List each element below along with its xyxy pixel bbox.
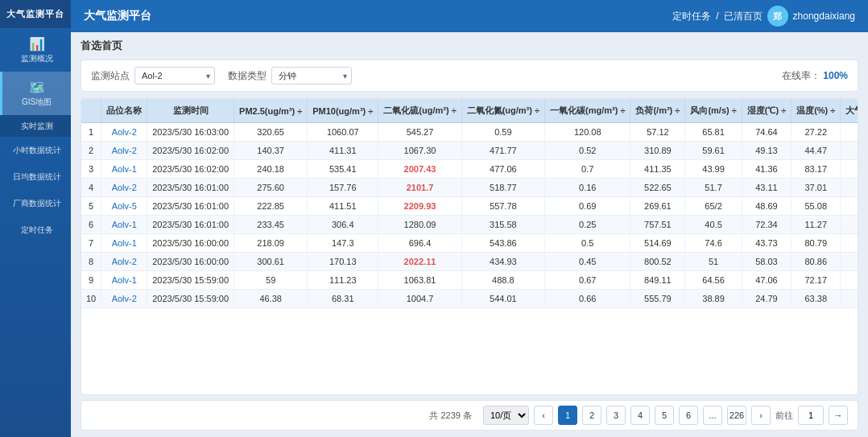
col-time[interactable]: 监测时间 bbox=[147, 99, 234, 123]
username: zhongdaixiang bbox=[793, 10, 855, 22]
td-pm10: 111.23 bbox=[308, 271, 378, 290]
sidebar-item-hour-stat[interactable]: 小时数据统计 bbox=[0, 137, 71, 163]
td-no2: 518.77 bbox=[461, 179, 544, 197]
point-select[interactable]: Aol-2 Aol-1 bbox=[134, 67, 215, 85]
td-load: 57.12 bbox=[630, 123, 685, 142]
td-co: 0.52 bbox=[545, 142, 630, 160]
page-6[interactable]: 6 bbox=[679, 406, 698, 425]
sidebar-item-day-stat[interactable]: 日均数据统计 bbox=[0, 163, 71, 190]
sidebar-item-label: 实时监测 bbox=[6, 121, 68, 131]
td-pm10: 306.4 bbox=[308, 216, 378, 234]
td-no2: 0.59 bbox=[461, 123, 544, 142]
type-select[interactable]: 分钟 小时 日 bbox=[271, 67, 352, 85]
sidebar-item-label: 小时数据统计 bbox=[6, 145, 68, 155]
td-humidity: 49.13 bbox=[742, 142, 791, 160]
td-pm25: 233.45 bbox=[234, 216, 308, 234]
td-co: 120.08 bbox=[545, 123, 630, 142]
td-co: 0.16 bbox=[545, 179, 630, 197]
page-ellipsis: ... bbox=[703, 406, 722, 425]
td-co: 0.69 bbox=[545, 197, 630, 216]
content-area: 首选首页 监测站点 Aol-2 Aol-1 数据类型 分钟 小时 bbox=[71, 32, 868, 437]
sidebar-item-label: 日均数据统计 bbox=[6, 171, 68, 182]
sidebar-item-gis[interactable]: 🗺️ GIS地图 bbox=[0, 72, 71, 115]
col-so2[interactable]: 二氧化硫(ug/m³) ÷ bbox=[378, 99, 461, 123]
sidebar-item-label: 定时任务 bbox=[6, 225, 68, 235]
td-wind: 59.61 bbox=[685, 142, 742, 160]
td-no2: 544.01 bbox=[461, 290, 544, 308]
td-so2: 696.4 bbox=[378, 234, 461, 253]
goto-btn[interactable]: → bbox=[829, 406, 848, 425]
page-1[interactable]: 1 bbox=[558, 406, 577, 425]
col-no bbox=[81, 99, 101, 123]
td-temp: 80.86 bbox=[792, 253, 841, 271]
table-row: 5 Aolv-5 2023/5/30 16:01:00 222.85 411.5… bbox=[81, 197, 858, 216]
td-pm25: 240.18 bbox=[234, 160, 308, 179]
sidebar-sub-menu: 实时监测 bbox=[0, 115, 71, 137]
sidebar-item-monitor[interactable]: 📊 监测概况 bbox=[0, 28, 71, 72]
td-co: 0.25 bbox=[545, 216, 630, 234]
td-humidity: 58.03 bbox=[742, 253, 791, 271]
page-size-select[interactable]: 10/页 20/页 50/页 bbox=[483, 406, 529, 425]
td-name: Aolv-1 bbox=[101, 234, 147, 253]
page-4[interactable]: 4 bbox=[630, 406, 650, 425]
col-humidity[interactable]: 湿度(℃) ÷ bbox=[742, 99, 791, 123]
sidebar-item-factory[interactable]: 厂商数据统计 bbox=[0, 190, 71, 216]
col-temp[interactable]: 温度(%) ÷ bbox=[792, 99, 841, 123]
col-pm10[interactable]: PM10(ug/m³) ÷ bbox=[308, 99, 378, 123]
page-next[interactable]: › bbox=[751, 406, 771, 425]
goto-label: 前往 bbox=[775, 410, 793, 422]
td-co: 0.45 bbox=[545, 253, 630, 271]
td-no2: 471.77 bbox=[461, 142, 544, 160]
filter-bar: 监测站点 Aol-2 Aol-1 数据类型 分钟 小时 日 bbox=[81, 60, 858, 92]
td-so2: 1063.81 bbox=[378, 271, 461, 290]
td-no: 2 bbox=[81, 142, 101, 160]
header: 大气监测平台 定时任务 / 已清百页 郑 zhongdaixiang bbox=[71, 0, 868, 32]
page-2[interactable]: 2 bbox=[582, 406, 601, 425]
td-pressure: 19.13 bbox=[841, 179, 858, 197]
sidebar-logo: 大气监测平台 bbox=[0, 0, 71, 28]
td-time: 2023/5/30 16:00:00 bbox=[147, 253, 234, 271]
page-5[interactable]: 5 bbox=[655, 406, 674, 425]
page-prev[interactable]: ‹ bbox=[534, 406, 553, 425]
col-wind[interactable]: 风向(m/s) ÷ bbox=[685, 99, 742, 123]
sidebar: 大气监测平台 📊 监测概况 🗺️ GIS地图 实时监测 小时数据统计 日均数据统… bbox=[0, 0, 71, 437]
col-load[interactable]: 负荷(/m³) ÷ bbox=[630, 99, 685, 123]
table-row: 4 Aolv-2 2023/5/30 16:01:00 275.60 157.7… bbox=[81, 179, 858, 197]
col-name[interactable]: 品位名称 bbox=[101, 99, 147, 123]
breadcrumb-home[interactable]: 已清百页 bbox=[724, 10, 763, 23]
goto-input[interactable] bbox=[798, 406, 824, 425]
td-load: 514.69 bbox=[630, 234, 685, 253]
page-3[interactable]: 3 bbox=[606, 406, 626, 425]
td-name: Aolv-2 bbox=[101, 290, 147, 308]
col-no2[interactable]: 二氧化氮(ug/m³) ÷ bbox=[461, 99, 544, 123]
td-so2: 2101.7 bbox=[378, 179, 461, 197]
table-row: 7 Aolv-1 2023/5/30 16:00:00 218.09 147.3… bbox=[81, 234, 858, 253]
td-time: 2023/5/30 16:03:00 bbox=[147, 123, 234, 142]
col-pm25[interactable]: PM2.5(ug/m³) ÷ bbox=[234, 99, 308, 123]
td-wind: 51 bbox=[685, 253, 742, 271]
td-name: Aolv-1 bbox=[101, 271, 147, 290]
col-co[interactable]: 一氧化碳(mg/m³) ÷ bbox=[545, 99, 630, 123]
td-humidity: 74.64 bbox=[742, 123, 791, 142]
sidebar-item-schedule[interactable]: 定时任务 bbox=[0, 216, 71, 243]
td-no2: 488.8 bbox=[461, 271, 544, 290]
pagination-total: 共 2239 条 bbox=[429, 410, 472, 422]
td-humidity: 72.34 bbox=[742, 216, 791, 234]
td-time: 2023/5/30 16:02:00 bbox=[147, 160, 234, 179]
page-226[interactable]: 226 bbox=[727, 406, 746, 425]
td-pressure: 78.41 bbox=[841, 142, 858, 160]
td-no: 8 bbox=[81, 253, 101, 271]
data-table: 品位名称 监测时间 PM2.5(ug/m³) ÷ PM10(ug/m³) ÷ 二… bbox=[81, 99, 858, 308]
td-no2: 434.93 bbox=[461, 253, 544, 271]
table-row: 2 Aolv-2 2023/5/30 16:02:00 140.37 411.3… bbox=[81, 142, 858, 160]
td-name: Aolv-2 bbox=[101, 179, 147, 197]
filter-group-point: 监测站点 Aol-2 Aol-1 bbox=[91, 67, 215, 85]
td-humidity: 48.69 bbox=[742, 197, 791, 216]
td-time: 2023/5/30 16:02:00 bbox=[147, 142, 234, 160]
sidebar-item-realtime[interactable]: 实时监测 bbox=[0, 115, 71, 137]
td-pm10: 147.3 bbox=[308, 234, 378, 253]
td-name: Aolv-5 bbox=[101, 197, 147, 216]
col-pressure[interactable]: 大气压(kpa) ÷ bbox=[841, 99, 858, 123]
table-header-row: 品位名称 监测时间 PM2.5(ug/m³) ÷ PM10(ug/m³) ÷ 二… bbox=[81, 99, 858, 123]
td-co: 0.7 bbox=[545, 160, 630, 179]
